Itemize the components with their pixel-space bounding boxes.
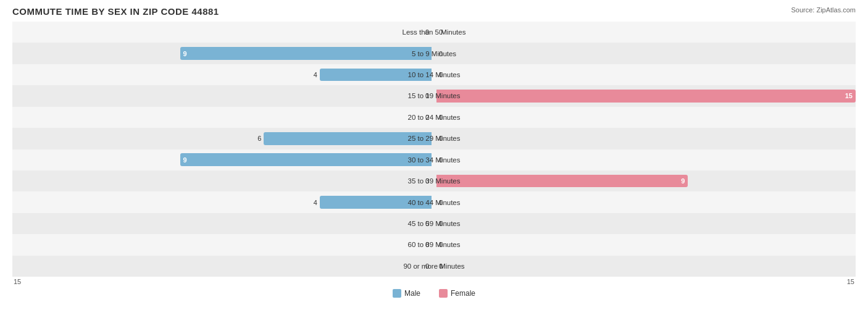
female-value-inside: 15 xyxy=(842,92,856,99)
right-section: 0 xyxy=(434,191,856,212)
right-section: 0 xyxy=(434,22,856,43)
chart-container: COMMUTE TIME BY SEX IN ZIP CODE 44881 So… xyxy=(0,0,868,323)
right-section: 0 xyxy=(434,149,856,170)
male-value: 4 xyxy=(314,199,317,206)
female-value-zero: 0 xyxy=(439,199,443,206)
bar-row: 0Less than 5 Minutes0 xyxy=(12,22,856,43)
female-value-zero: 0 xyxy=(439,135,443,142)
female-value-zero: 0 xyxy=(439,71,443,78)
male-value: 4 xyxy=(314,71,317,78)
bar-row: 440 to 44 Minutes0 xyxy=(12,191,856,212)
bottom-labels: 15 15 xyxy=(12,278,856,285)
male-value: 6 xyxy=(257,135,261,142)
left-section: 9 xyxy=(12,149,434,170)
bars-area: 0Less than 5 Minutes095 to 9 Minutes0410… xyxy=(12,22,856,277)
bar-female: 9 xyxy=(436,175,688,188)
male-value-zero: 0 xyxy=(425,177,429,185)
male-value-inside: 9 xyxy=(180,156,190,164)
male-swatch xyxy=(393,289,401,298)
left-section: 0 xyxy=(12,213,434,234)
source-text: Source: ZipAtlas.com xyxy=(791,6,856,14)
female-swatch xyxy=(439,289,448,298)
legend-female: Female xyxy=(439,289,475,298)
male-value-zero: 0 xyxy=(425,114,429,121)
right-section: 0 xyxy=(434,43,856,64)
female-value-zero: 0 xyxy=(439,28,443,36)
bar-male: 4 xyxy=(320,69,432,82)
left-section: 0 xyxy=(12,22,434,43)
female-value-zero: 0 xyxy=(439,50,443,57)
bar-row: 015 to 19 Minutes15 xyxy=(12,85,856,106)
bar-male: 9 xyxy=(180,47,432,60)
bar-row: 090 or more Minutes0 xyxy=(12,256,856,277)
male-value-zero: 0 xyxy=(425,28,429,36)
left-section: 6 xyxy=(12,128,434,149)
left-section: 4 xyxy=(12,64,434,85)
right-section: 0 xyxy=(434,213,856,234)
female-value-zero: 0 xyxy=(439,262,443,270)
bar-row: 035 to 39 Minutes9 xyxy=(12,170,856,191)
left-section: 0 xyxy=(12,256,434,277)
bar-row: 625 to 29 Minutes0 xyxy=(12,128,856,149)
bar-row: 045 to 59 Minutes0 xyxy=(12,213,856,234)
bar-female: 15 xyxy=(436,90,856,103)
male-value-zero: 0 xyxy=(425,262,429,270)
male-value-inside: 9 xyxy=(180,50,190,57)
left-section: 4 xyxy=(12,191,434,212)
right-section: 15 xyxy=(434,85,856,106)
male-value-zero: 0 xyxy=(425,241,429,248)
chart-title: COMMUTE TIME BY SEX IN ZIP CODE 44881 xyxy=(12,6,856,17)
female-value-zero: 0 xyxy=(439,220,443,227)
right-section: 0 xyxy=(434,107,856,128)
bar-row: 060 to 89 Minutes0 xyxy=(12,234,856,255)
bar-row: 930 to 34 Minutes0 xyxy=(12,149,856,170)
female-value-zero: 0 xyxy=(439,241,443,248)
bar-male: 4 xyxy=(320,196,432,209)
female-value-inside: 9 xyxy=(678,177,688,185)
left-section: 0 xyxy=(12,107,434,128)
bottom-label-left: 15 xyxy=(14,278,21,285)
left-section: 9 xyxy=(12,43,434,64)
bottom-label-right: 15 xyxy=(847,278,854,285)
legend-male: Male xyxy=(393,289,420,298)
right-section: 9 xyxy=(434,170,856,191)
bar-row: 020 to 24 Minutes0 xyxy=(12,107,856,128)
male-value-zero: 0 xyxy=(425,220,429,227)
female-value-zero: 0 xyxy=(439,156,443,164)
bar-row: 95 to 9 Minutes0 xyxy=(12,43,856,64)
left-section: 0 xyxy=(12,85,434,106)
bar-row: 410 to 14 Minutes0 xyxy=(12,64,856,85)
female-value-zero: 0 xyxy=(439,114,443,121)
male-value-zero: 0 xyxy=(425,92,429,99)
legend: Male Female xyxy=(12,289,856,298)
female-label: Female xyxy=(451,289,475,298)
right-section: 0 xyxy=(434,128,856,149)
left-section: 0 xyxy=(12,234,434,255)
bar-male: 6 xyxy=(264,132,432,145)
right-section: 0 xyxy=(434,256,856,277)
bar-male: 9 xyxy=(180,153,432,166)
left-section: 0 xyxy=(12,170,434,191)
male-label: Male xyxy=(404,289,420,298)
right-section: 0 xyxy=(434,234,856,255)
right-section: 0 xyxy=(434,64,856,85)
